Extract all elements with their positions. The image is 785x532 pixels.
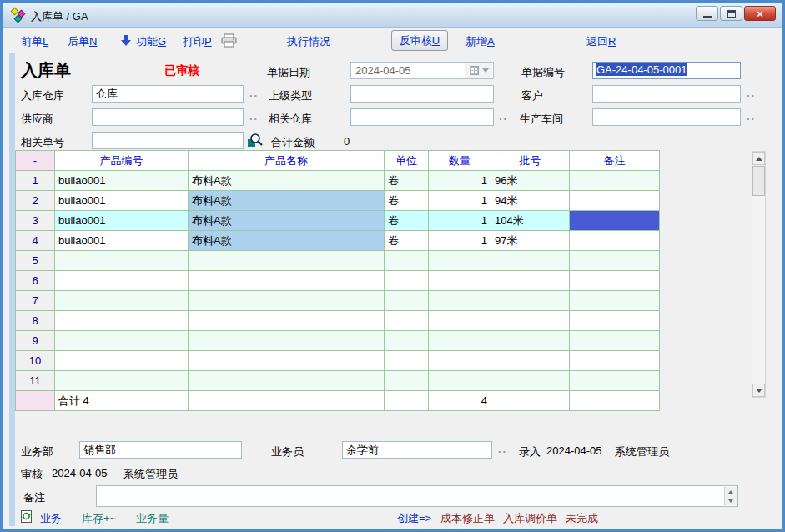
cell-qty[interactable]: 1: [429, 231, 491, 251]
cell-unit[interactable]: 卷: [385, 211, 429, 231]
cell-batch[interactable]: [491, 291, 570, 311]
supplier-lookup-button[interactable]: ..: [249, 110, 259, 123]
cell-name[interactable]: [189, 251, 385, 271]
spin-up-button[interactable]: [725, 487, 737, 496]
cell-code[interactable]: buliao001: [55, 211, 189, 231]
parent-type-input[interactable]: [350, 85, 494, 103]
cell-batch[interactable]: 96米: [491, 171, 570, 191]
cell-unit[interactable]: [385, 251, 429, 271]
cell-remark[interactable]: [570, 331, 660, 351]
cell-no[interactable]: 6: [16, 271, 55, 291]
cell-unit[interactable]: [385, 291, 429, 311]
footer-link-stock[interactable]: 库存+~: [82, 511, 116, 526]
cell-code[interactable]: [55, 351, 189, 371]
cell-no[interactable]: 11: [16, 371, 55, 391]
cell-batch[interactable]: 94米: [491, 191, 570, 211]
cell-qty[interactable]: [429, 371, 491, 391]
footer-link-cost-fix[interactable]: 成本修正单: [440, 511, 495, 526]
cell-no[interactable]: 2: [16, 191, 55, 211]
cell-unit[interactable]: [385, 351, 429, 371]
cell-batch[interactable]: [491, 331, 570, 351]
toolbar-item-next[interactable]: 后单N: [68, 34, 97, 49]
cell-qty[interactable]: [429, 331, 491, 351]
cell-remark[interactable]: [570, 171, 660, 191]
toolbar-item-back[interactable]: 返回R: [586, 34, 616, 49]
cell-qty[interactable]: 1: [429, 191, 491, 211]
related-warehouse-input[interactable]: [350, 108, 494, 126]
warehouse-lookup-button[interactable]: ..: [249, 87, 259, 99]
toolbar-item-prev[interactable]: 前单L: [21, 34, 48, 49]
cell-batch[interactable]: [491, 311, 570, 331]
salesman-lookup-button[interactable]: ..: [498, 443, 507, 455]
cell-qty[interactable]: [429, 271, 491, 291]
col-header-unit[interactable]: 单位: [385, 151, 429, 171]
footer-link-business[interactable]: 业务: [40, 511, 62, 526]
customer-input[interactable]: [592, 85, 741, 103]
cell-code[interactable]: [55, 291, 189, 311]
cell-qty[interactable]: 1: [429, 211, 491, 231]
cell-no[interactable]: 8: [16, 311, 55, 331]
cell-qty[interactable]: [429, 351, 491, 371]
minimize-button[interactable]: [696, 6, 718, 21]
cell-name[interactable]: 布料A款: [189, 211, 385, 231]
scroll-down-button[interactable]: [752, 384, 765, 397]
cell-remark[interactable]: [570, 271, 660, 291]
cell-name[interactable]: 布料A款: [189, 231, 385, 251]
toolbar-item-add[interactable]: 新增A: [465, 34, 495, 49]
col-header-batch[interactable]: 批号: [491, 151, 570, 171]
cell-name[interactable]: [189, 371, 385, 391]
down-arrow-icon[interactable]: [121, 35, 131, 46]
toolbar-item-functions[interactable]: 功能G: [136, 34, 166, 49]
cell-no[interactable]: 9: [16, 331, 55, 351]
bill-no-input[interactable]: GA-24-04-05-0001: [592, 62, 741, 79]
cell-remark[interactable]: [570, 291, 660, 311]
cell-batch[interactable]: [491, 271, 570, 291]
col-header-name[interactable]: 产品名称: [189, 151, 385, 171]
cell-code[interactable]: [55, 271, 189, 291]
cell-unit[interactable]: 卷: [385, 171, 429, 191]
col-header-qty[interactable]: 数量: [429, 151, 491, 171]
cell-remark[interactable]: [570, 211, 660, 231]
cell-batch[interactable]: [491, 251, 570, 271]
footer-link-create[interactable]: 创建=>: [397, 511, 431, 526]
cell-no[interactable]: 1: [16, 171, 55, 191]
unaudit-button[interactable]: 反审核U: [391, 30, 448, 51]
cell-batch[interactable]: [491, 351, 570, 371]
footer-link-incomplete[interactable]: 未完成: [566, 511, 598, 526]
printer-icon[interactable]: [221, 33, 237, 50]
scroll-thumb[interactable]: [752, 166, 765, 196]
cell-name[interactable]: [189, 311, 385, 331]
salesman-input[interactable]: [342, 441, 492, 459]
cell-name[interactable]: [189, 351, 385, 371]
cell-batch[interactable]: 104米: [491, 211, 570, 231]
cell-no[interactable]: 7: [16, 291, 55, 311]
department-input[interactable]: [79, 441, 242, 459]
cell-no[interactable]: 4: [16, 231, 55, 251]
customer-lookup-button[interactable]: ..: [747, 87, 756, 99]
warehouse-input[interactable]: [92, 85, 244, 103]
cell-remark[interactable]: [570, 251, 660, 271]
cell-remark[interactable]: [570, 191, 660, 211]
cell-name[interactable]: 布料A款: [189, 171, 385, 191]
cell-remark[interactable]: [570, 351, 660, 371]
workshop-input[interactable]: [592, 108, 741, 126]
cell-remark[interactable]: [570, 231, 660, 251]
col-header-remark[interactable]: 备注: [570, 151, 660, 171]
cell-unit[interactable]: [385, 371, 429, 391]
cell-unit[interactable]: [385, 331, 429, 351]
cell-no[interactable]: 5: [16, 251, 55, 271]
cell-name[interactable]: 布料A款: [189, 191, 385, 211]
remark-textarea[interactable]: [97, 486, 724, 506]
spin-down-button[interactable]: [725, 496, 737, 505]
cell-qty[interactable]: 1: [429, 171, 491, 191]
cell-unit[interactable]: 卷: [385, 231, 429, 251]
footer-link-volume[interactable]: 业务量: [136, 511, 169, 526]
footer-link-price-adjust[interactable]: 入库调价单: [503, 511, 557, 526]
cell-no[interactable]: 3: [16, 211, 55, 231]
related-no-input[interactable]: [92, 132, 244, 149]
cell-name[interactable]: [189, 271, 385, 291]
cell-code[interactable]: [55, 331, 189, 351]
cell-code[interactable]: [55, 371, 189, 391]
toolbar-item-execution[interactable]: 执行情况: [287, 34, 330, 49]
cell-code[interactable]: buliao001: [55, 191, 189, 211]
